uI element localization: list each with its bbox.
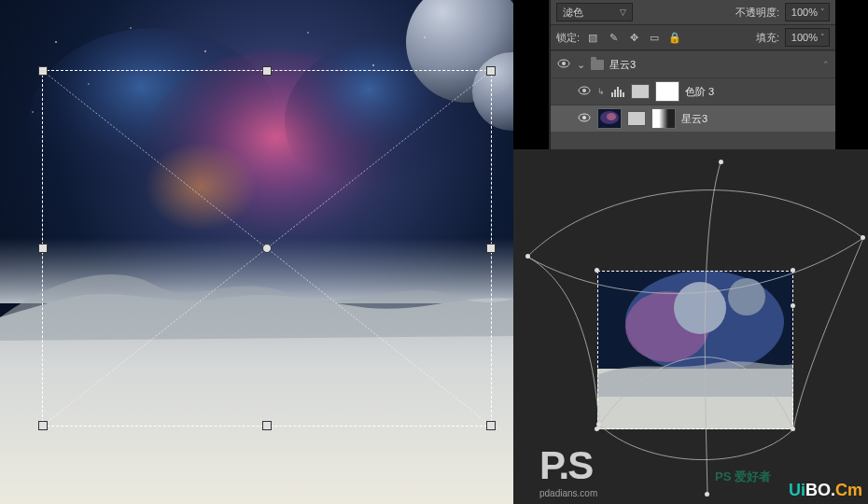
eye-icon[interactable] (577, 86, 592, 97)
svg-point-10 (204, 50, 206, 52)
warp-point[interactable] (861, 235, 865, 240)
warp-point[interactable] (595, 268, 599, 273)
warp-thumbnail[interactable] (597, 271, 793, 429)
document-canvas[interactable] (0, 0, 513, 504)
warp-point[interactable] (791, 427, 795, 431)
chevron-down-icon: ▽ (620, 7, 626, 17)
layer-nebula-row[interactable]: 星云3 (551, 105, 835, 132)
warp-point[interactable] (791, 303, 795, 308)
blend-mode-dropdown[interactable]: 滤色 ▽ (556, 3, 633, 21)
lock-artboard-icon[interactable]: ▭ (647, 30, 662, 45)
svg-rect-24 (617, 87, 619, 97)
lock-label: 锁定: (556, 31, 580, 45)
svg-point-3 (145, 142, 257, 231)
layers-panel: 滤色 ▽ 不透明度: 100% ˅ 锁定: ▧ ✎ ✥ ▭ 🔒 填充: 100%… (550, 0, 835, 149)
opacity-value: 100% (791, 7, 818, 18)
warp-point[interactable] (525, 254, 530, 259)
svg-point-13 (32, 111, 34, 113)
folder-icon (591, 60, 604, 70)
expand-handle-icon[interactable]: ⌃ (822, 60, 830, 69)
warp-point[interactable] (719, 160, 723, 164)
blend-mode-value: 滤色 (563, 6, 583, 20)
lock-pixel-icon[interactable]: ▧ (585, 30, 600, 45)
fill-value: 100% (791, 32, 818, 43)
warp-point[interactable] (705, 492, 709, 497)
warp-point[interactable] (791, 268, 795, 273)
svg-point-15 (424, 36, 426, 38)
layer-group-name: 星云3 (609, 58, 817, 72)
clip-indicator-icon: ↳ (597, 87, 605, 96)
svg-point-31 (607, 113, 616, 120)
svg-point-28 (582, 116, 586, 119)
svg-rect-26 (623, 92, 624, 97)
svg-point-8 (55, 41, 57, 43)
link-icon[interactable] (631, 84, 650, 99)
svg-rect-23 (614, 90, 616, 97)
chevron-down-icon: ˅ (820, 7, 825, 17)
layer-mask-thumb[interactable] (655, 81, 679, 102)
eye-icon[interactable] (556, 59, 571, 70)
svg-point-35 (674, 282, 726, 334)
svg-rect-22 (611, 92, 613, 97)
svg-point-19 (562, 62, 566, 65)
svg-point-14 (88, 83, 89, 84)
link-icon[interactable] (627, 111, 646, 126)
svg-rect-25 (620, 90, 622, 97)
lock-all-icon[interactable]: 🔒 (667, 30, 682, 45)
warp-thumb-image (597, 271, 793, 429)
svg-point-21 (582, 89, 586, 92)
blend-opacity-row: 滤色 ▽ 不透明度: 100% ˅ (551, 0, 835, 24)
lock-brush-icon[interactable]: ✎ (606, 30, 621, 45)
svg-point-11 (307, 32, 309, 34)
warp-point[interactable] (595, 427, 599, 431)
chevron-down-icon[interactable]: ⌄ (577, 59, 585, 71)
layer-nebula-name: 星云3 (681, 112, 830, 126)
eye-icon[interactable] (577, 113, 592, 124)
svg-point-9 (130, 27, 132, 29)
watermark-url: pdadians.com (539, 488, 597, 498)
lock-move-icon[interactable]: ✥ (626, 30, 641, 45)
fill-label: 填充: (756, 31, 779, 45)
watermark-site: UiBO.Cm (789, 481, 862, 500)
opacity-label: 不透明度: (735, 6, 779, 20)
lock-fill-row: 锁定: ▧ ✎ ✥ ▭ 🔒 填充: 100% ˅ (551, 24, 835, 50)
svg-point-12 (372, 64, 374, 66)
app-stage: 滤色 ▽ 不透明度: 100% ˅ 锁定: ▧ ✎ ✥ ▭ 🔒 填充: 100%… (0, 0, 868, 504)
opacity-field[interactable]: 100% ˅ (785, 3, 830, 21)
layer-adjustment-row[interactable]: ↳ 色阶 3 (551, 77, 835, 105)
fill-field[interactable]: 100% ˅ (785, 28, 830, 47)
levels-icon (610, 84, 625, 99)
watermark-text: PS 爱好者 (715, 469, 771, 485)
watermark-logo: P.S pdadians.com (539, 443, 597, 498)
layer-adjust-name: 色阶 3 (685, 85, 830, 99)
warp-canvas[interactable]: P.S pdadians.com PS 爱好者 UiBO.Cm (513, 149, 868, 504)
layer-mask-thumb[interactable] (651, 108, 676, 129)
canvas-image (0, 0, 513, 504)
chevron-down-icon: ˅ (820, 33, 825, 42)
layer-thumb[interactable] (597, 108, 622, 129)
layer-group-row[interactable]: ⌄ 星云3 ⌃ (551, 50, 835, 77)
svg-point-36 (728, 278, 765, 315)
